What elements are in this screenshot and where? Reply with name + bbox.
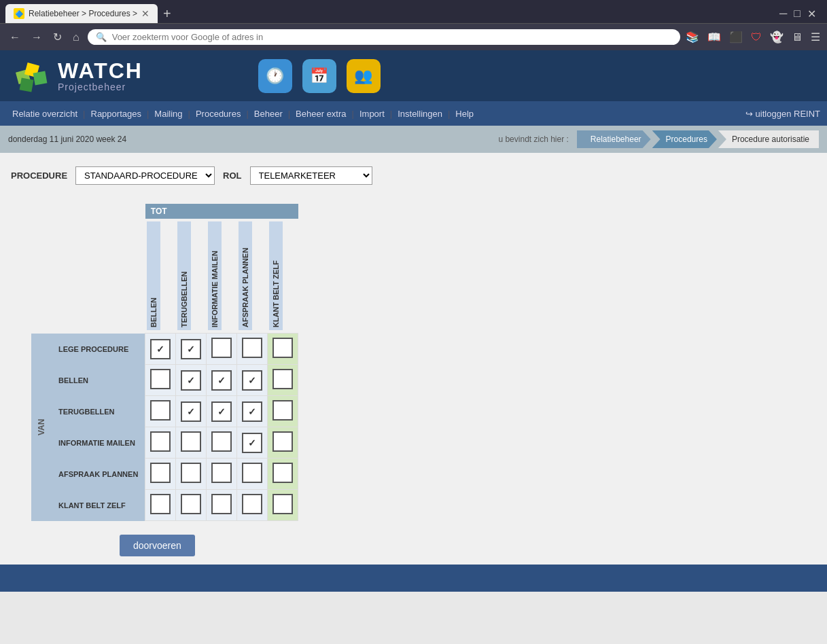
nav-help[interactable]: Help	[450, 109, 479, 119]
procedure-select[interactable]: STANDAARD-PROCEDURE	[75, 166, 215, 185]
clock-app-icon[interactable]: 🕐	[258, 59, 292, 93]
minimize-button[interactable]: ─	[779, 7, 787, 20]
checkbox[interactable]	[150, 463, 171, 483]
logout-button[interactable]: ↪ uitloggen REINT	[745, 109, 820, 119]
nav-beheer-extra[interactable]: Beheer extra	[290, 109, 351, 119]
matrix-cell[interactable]	[145, 396, 176, 427]
checkbox[interactable]	[242, 463, 262, 483]
checkbox[interactable]	[242, 494, 262, 514]
checkbox[interactable]	[150, 369, 171, 389]
matrix-cell[interactable]	[145, 459, 176, 490]
checkbox[interactable]	[272, 431, 293, 452]
matrix-cell[interactable]	[207, 334, 237, 365]
checkbox[interactable]	[150, 494, 171, 514]
matrix-cell[interactable]	[176, 365, 207, 396]
reload-button[interactable]: ↻	[50, 28, 65, 46]
home-button[interactable]: ⌂	[70, 29, 82, 46]
matrix-table: TOT BELLEN TERUGBELLEN INFORMATIE MAILEN	[31, 204, 298, 521]
matrix-cell[interactable]	[145, 334, 176, 365]
matrix-cell[interactable]	[145, 365, 176, 396]
matrix-cell[interactable]	[268, 490, 298, 521]
checkbox[interactable]	[150, 339, 171, 359]
checkbox[interactable]	[211, 401, 232, 422]
bc-procedure-autorisatie[interactable]: Procedure autorisatie	[718, 130, 819, 148]
matrix-cell[interactable]	[176, 490, 207, 521]
nav-instellingen[interactable]: Instellingen	[392, 109, 448, 119]
monitor-icon[interactable]: 🖥	[792, 31, 803, 43]
matrix-cell[interactable]	[237, 427, 268, 459]
matrix-cell[interactable]	[145, 490, 176, 521]
nav-relatie-overzicht[interactable]: Relatie overzicht	[7, 109, 83, 119]
maximize-button[interactable]: □	[794, 7, 800, 20]
reader-icon[interactable]: 📖	[707, 31, 721, 43]
checkbox[interactable]	[150, 400, 171, 421]
nav-mailing[interactable]: Mailing	[149, 109, 188, 119]
procedure-bar: PROCEDURE STANDAARD-PROCEDURE ROL TELEMA…	[11, 161, 816, 190]
bc-procedures[interactable]: Procedures	[652, 130, 717, 148]
matrix-cell[interactable]	[237, 396, 268, 427]
matrix-cell[interactable]	[237, 490, 268, 521]
checkbox[interactable]	[181, 370, 201, 391]
checkbox[interactable]	[272, 400, 293, 421]
col-header-klant-belt-zelf: KLANT BELT ZELF	[268, 219, 298, 334]
nav-procedures[interactable]: Procedures	[190, 109, 246, 119]
checkbox[interactable]	[272, 369, 293, 389]
matrix-cell[interactable]	[176, 427, 207, 459]
matrix-cell[interactable]	[207, 459, 237, 490]
nav-rapportages[interactable]: Rapportages	[86, 109, 147, 119]
forward-button[interactable]: →	[29, 29, 45, 46]
library-icon[interactable]: 📚	[686, 31, 699, 43]
bc-relatiebeheer[interactable]: Relatiebeheer	[577, 130, 651, 148]
checkbox[interactable]	[242, 401, 262, 422]
people-app-icon[interactable]: 👥	[347, 59, 381, 93]
rol-select[interactable]: TELEMARKETEER	[250, 166, 372, 185]
checkbox[interactable]	[211, 338, 232, 358]
matrix-cell[interactable]	[207, 365, 237, 396]
calendar-app-icon[interactable]: 📅	[302, 59, 336, 93]
nav-beheer[interactable]: Beheer	[249, 109, 288, 119]
checkbox[interactable]	[181, 463, 201, 483]
shield-icon[interactable]: 🛡	[751, 31, 762, 43]
checkbox[interactable]	[181, 431, 201, 452]
checkbox[interactable]	[150, 431, 171, 452]
address-input[interactable]	[112, 32, 672, 42]
new-tab-button[interactable]: +	[163, 6, 171, 22]
tab-close-button[interactable]: ✕	[141, 8, 149, 19]
matrix-cell[interactable]	[176, 334, 207, 365]
doorvoeren-button[interactable]: doorvoeren	[120, 535, 195, 556]
checkbox[interactable]	[242, 370, 262, 391]
matrix-cell[interactable]	[237, 365, 268, 396]
checkbox[interactable]	[242, 338, 262, 358]
checkbox[interactable]	[181, 494, 201, 514]
checkbox[interactable]	[272, 494, 293, 514]
matrix-cell[interactable]	[268, 396, 298, 427]
checkbox[interactable]	[211, 431, 232, 452]
matrix-cell[interactable]	[268, 427, 298, 459]
checkbox[interactable]	[242, 433, 262, 453]
matrix-cell[interactable]	[176, 459, 207, 490]
checkbox[interactable]	[272, 338, 293, 358]
checkbox[interactable]	[181, 339, 201, 359]
nav-import[interactable]: Import	[354, 109, 390, 119]
matrix-cell[interactable]	[207, 490, 237, 521]
close-button[interactable]: ✕	[807, 7, 816, 20]
checkbox[interactable]	[211, 370, 232, 391]
back-button[interactable]: ←	[7, 29, 23, 46]
matrix-cell[interactable]	[237, 459, 268, 490]
checkbox[interactable]	[211, 463, 232, 483]
matrix-cell[interactable]	[176, 396, 207, 427]
checkbox[interactable]	[181, 401, 201, 422]
checkbox[interactable]	[272, 463, 293, 483]
matrix-cell[interactable]	[268, 459, 298, 490]
menu-icon[interactable]: ☰	[811, 31, 820, 43]
checkbox[interactable]	[211, 494, 232, 514]
matrix-cell[interactable]	[145, 427, 176, 459]
matrix-cell[interactable]	[207, 396, 237, 427]
qr-icon[interactable]: ⬛	[729, 31, 743, 43]
matrix-cell[interactable]	[268, 365, 298, 396]
matrix-cell[interactable]	[207, 427, 237, 459]
ghost-icon[interactable]: 👻	[770, 31, 784, 43]
matrix-cell[interactable]	[237, 334, 268, 365]
active-tab[interactable]: 🔷 Relatiebeheer > Procedures > ✕	[5, 4, 158, 23]
matrix-cell[interactable]	[268, 334, 298, 365]
